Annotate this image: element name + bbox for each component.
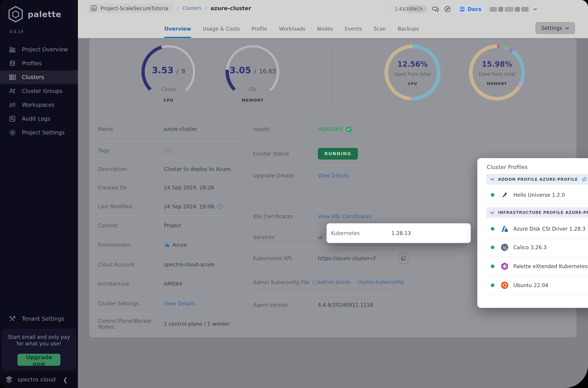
tab-scan[interactable]: Scan [374, 26, 386, 38]
chat-icon[interactable] [432, 5, 439, 13]
compass-icon[interactable] [444, 5, 451, 13]
docs-label: Docs [468, 6, 481, 12]
status-dot [491, 193, 495, 197]
detail-row-architecture: ArchitectureAMD64 [98, 274, 244, 293]
kubernetes-label: Kubernetes [331, 230, 391, 236]
pxk-icon [500, 262, 509, 271]
azure-icon [164, 242, 170, 248]
tab-bar: Overview Usage & Costs Profile Workloads… [164, 26, 419, 38]
user-menu-chevron-icon[interactable] [533, 8, 537, 10]
sidebar-item-workspaces[interactable]: Workspaces [0, 98, 78, 112]
sidebar-item-audit-logs[interactable]: Audit Logs [0, 112, 78, 126]
profile-item-name: Azure Disk CSI Driver 1.28.3 [513, 226, 586, 232]
info-icon[interactable] [217, 204, 223, 209]
view-k8s-certificates-link[interactable]: View K8s Certificates [318, 214, 372, 219]
sidebar-item-project-overview[interactable]: Project Overview [0, 43, 78, 56]
sidebar: palette 4.4.19 Project Overview Profiles [0, 0, 78, 388]
copy-icon[interactable] [399, 253, 408, 264]
sidebar-item-profiles[interactable]: Profiles [0, 56, 78, 70]
link-icon [581, 176, 587, 182]
profile-item-palette-extended-kubernetes[interactable]: Palette eXtended Kubernetes 1.28.13 [486, 257, 588, 276]
status-dot [491, 265, 495, 268]
card-divider [332, 42, 332, 110]
status-dot [491, 245, 495, 249]
sidebar-item-label: Workspaces [22, 102, 55, 108]
profile-item-ubuntu[interactable]: Ubuntu 22.04 [486, 276, 588, 295]
profile-item-azure-disk-csi[interactable]: Azure Disk CSI Driver 1.28.3 [486, 220, 588, 238]
gear-icon [9, 129, 16, 136]
breadcrumb: Project-ScaleSecureTutoria / Clusters / … [87, 3, 251, 13]
detail-row-tags: Tagsn/a [98, 141, 244, 160]
chevron-down-icon[interactable] [490, 178, 495, 181]
sidebar-item-clusters[interactable]: Clusters [0, 70, 78, 84]
hello-universe-icon [500, 191, 509, 199]
sidebar-item-label: Profiles [22, 60, 42, 67]
profile-item-name: Ubuntu 22.04 [513, 282, 548, 288]
detail-row-kubernetes-api: Kubernetes APIhttps://azure-cluster-cf42… [253, 247, 399, 270]
details-left-column: Nameazure-cluster Tagsn/a DescriptionClu… [98, 117, 244, 334]
infrastructure-profile-section-header[interactable]: INFRASTRUCTURE PROFILE AZURE-PROFILE PRO… [486, 207, 588, 218]
ubuntu-icon [500, 281, 509, 290]
app-version: 4.4.19 [0, 23, 78, 34]
sidebar-footer: spectro cloud ❮ [0, 371, 78, 388]
promo-text: Start small and only pay for what you us… [2, 334, 76, 347]
sidebar-item-label: Audit Logs [22, 116, 50, 122]
sidebar-item-cluster-groups[interactable]: Cluster Groups [0, 84, 78, 98]
project-selector[interactable]: Project-ScaleSecureTutoria [87, 3, 174, 13]
addon-profile-section-header[interactable]: ADDON PROFILE AZURE-PROFILE PROJ [486, 174, 588, 185]
project-name: Project-ScaleSecureTutoria [100, 5, 168, 11]
memory-usage-donut: 15.98% Used from total MEMORY [469, 45, 525, 100]
redacted-user-info [490, 7, 529, 11]
docs-button[interactable]: Docs [456, 4, 485, 14]
sidebar-item-tenant-settings[interactable]: Tenant Settings [0, 312, 78, 326]
brand-logo: palette [0, 0, 78, 23]
status-dot [491, 227, 495, 231]
header-band: Project-ScaleSecureTutoria / Clusters / … [78, 0, 588, 38]
main-area: Project-ScaleSecureTutoria / Clusters / … [78, 0, 588, 388]
section-name: INFRASTRUCTURE PROFILE AZURE-PROFILE [498, 210, 588, 215]
tab-events[interactable]: Events [345, 26, 362, 38]
memory-gauge: 3.05 / 16.63 Gb MEMORY [224, 43, 282, 108]
sidebar-item-label: Cluster Groups [22, 88, 63, 94]
tab-workloads[interactable]: Workloads [279, 26, 305, 38]
sidebar-item-project-settings[interactable]: Project Settings [0, 126, 78, 140]
kubeconfig-download-link[interactable]: admin.azure-cluster.kubeconfig [318, 278, 404, 286]
cluster-profiles-panel: Cluster Profiles ADDON PROFILE AZURE-PRO… [477, 158, 588, 308]
tab-overview[interactable]: Overview [164, 26, 191, 38]
detail-row-nodes: Control Plane/Worker Nodes1 control-plan… [98, 314, 244, 334]
detail-row-last-modified: Last Modified24 Sep 2024, 19:08 [98, 197, 244, 216]
breadcrumb-separator: / [205, 5, 207, 11]
spectro-cloud-logo-icon [4, 375, 14, 384]
detail-row-cloud-account: Cloud Accountspectro-cloud-azure [98, 255, 244, 274]
info-icon[interactable] [312, 279, 318, 285]
tab-profile[interactable]: Profile [251, 26, 267, 38]
tab-backups[interactable]: Backups [398, 26, 419, 38]
profile-item-hello-universe[interactable]: Hello Universe 1.2.0 [486, 186, 588, 204]
cluster-groups-icon [9, 87, 16, 95]
profile-item-name: Palette eXtended Kubernetes 1.28.13 [513, 263, 588, 269]
sidebar-tenant: Tenant Settings [0, 312, 78, 326]
tab-nodes[interactable]: Nodes [317, 26, 333, 38]
breadcrumb-clusters-link[interactable]: Clusters [182, 5, 202, 11]
cluster-settings-view-details-link[interactable]: View Details [164, 301, 195, 306]
upgrade-view-details-link[interactable]: View Details [318, 173, 349, 178]
detail-row-upgrade-details: Upgrade DetailsView Details [253, 165, 399, 186]
sidebar-collapse-icon[interactable]: ❮ [63, 376, 68, 383]
upgrade-now-button[interactable]: Upgrade now [18, 354, 60, 366]
credits-pill[interactable]: 1.43/100kCh [384, 5, 427, 13]
profile-item-calico[interactable]: Calico 3.26.3 [486, 238, 588, 257]
running-status-badge: RUNNING [318, 148, 358, 159]
upgrade-promo: Start small and only pay for what you us… [2, 329, 76, 370]
settings-button[interactable]: Settings [536, 22, 575, 34]
sidebar-item-label: Tenant Settings [22, 315, 64, 322]
detail-row-health: HealthHEALTHY [253, 117, 399, 142]
detail-row-environment: EnvironmentAzure [98, 235, 244, 255]
project-overview-icon [9, 46, 16, 53]
book-icon [459, 6, 465, 12]
calico-icon [500, 243, 509, 252]
sidebar-item-label: Project Settings [22, 129, 65, 136]
chevron-down-icon[interactable] [490, 211, 495, 214]
audit-logs-icon [9, 115, 16, 122]
profile-item-name: Calico 3.26.3 [513, 244, 547, 250]
tab-usage-costs[interactable]: Usage & Costs [203, 26, 240, 38]
